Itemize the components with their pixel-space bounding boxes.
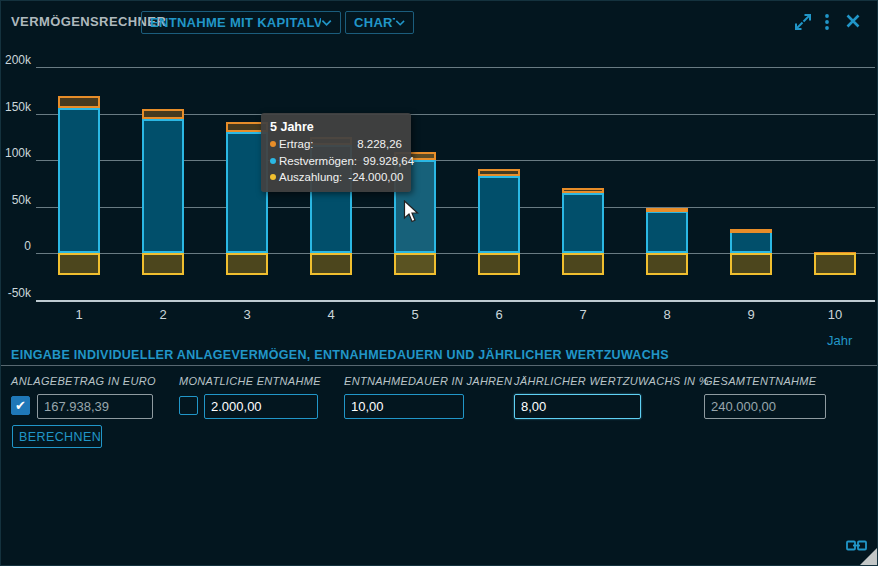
x-tick-label: 10	[815, 307, 855, 322]
bar-segment-auszahlung[interactable]	[394, 253, 436, 275]
chart-area: 200k150k100k50k0-50k12345678910	[1, 1, 878, 347]
bar-segment-auszahlung[interactable]	[646, 253, 688, 275]
series-dot-icon	[270, 158, 276, 164]
y-tick-label: 50k	[1, 193, 31, 207]
vermoegensrechner-panel: VERMÖGENSRECHNER ENTNAHME MIT KAPITALV..…	[0, 0, 878, 566]
series-dot-icon	[270, 141, 276, 147]
chart-tooltip: 5 Jahre Ertrag:8.228,26Restvermögen:99.9…	[261, 113, 411, 192]
anlagebetrag-checkbox[interactable]: ✔	[11, 396, 30, 415]
y-tick-label: 0	[1, 239, 31, 253]
y-tick-label: 200k	[1, 53, 31, 67]
entnahmedauer-label: ENTNAHMEDAUER IN JAHREN	[344, 375, 512, 387]
tooltip-row-value: 99.928,64	[357, 153, 414, 170]
mouse-cursor	[403, 200, 420, 224]
bar-segment-auszahlung[interactable]	[562, 253, 604, 275]
tooltip-row-value: -24.000,00	[342, 169, 403, 186]
bar-segment-ertrag[interactable]	[58, 96, 100, 108]
tooltip-row: Restvermögen:99.928,64	[270, 153, 402, 170]
x-tick-label: 6	[479, 307, 519, 322]
tooltip-row: Auszahlung:-24.000,00	[270, 169, 402, 186]
x-tick-label: 3	[227, 307, 267, 322]
bar-segment-ertrag[interactable]	[142, 109, 184, 120]
monatliche-entnahme-label: MONATLICHE ENTNAHME	[179, 375, 321, 387]
bar-segment-auszahlung[interactable]	[226, 253, 268, 275]
series-dot-icon	[270, 174, 276, 180]
tooltip-row-label: Auszahlung:	[279, 169, 342, 186]
bar-segment-auszahlung[interactable]	[730, 253, 772, 275]
gesamtentnahme-label: GESAMTENTNAHME	[704, 375, 816, 387]
bar-segment-rest[interactable]	[562, 193, 604, 253]
bar-segment-rest[interactable]	[478, 176, 520, 253]
wertzuwachs-input[interactable]	[514, 394, 641, 419]
bar-segment-ertrag[interactable]	[478, 169, 520, 175]
gesamtentnahme-input[interactable]	[704, 394, 826, 419]
bar-segment-auszahlung[interactable]	[478, 253, 520, 275]
chart-tooltip-rows: Ertrag:8.228,26Restvermögen:99.928,64Aus…	[270, 136, 402, 186]
x-tick-label: 8	[647, 307, 687, 322]
tooltip-row: Ertrag:8.228,26	[270, 136, 402, 153]
monatliche-entnahme-checkbox[interactable]: ✔	[179, 396, 198, 415]
y-tick-label: 100k	[1, 146, 31, 160]
bar-segment-auszahlung[interactable]	[814, 253, 856, 275]
x-tick-label: 9	[731, 307, 771, 322]
resize-grip[interactable]	[860, 548, 877, 565]
bar-segment-auszahlung[interactable]	[142, 253, 184, 275]
gridline	[36, 300, 875, 302]
berechnen-button[interactable]: BERECHNEN	[12, 425, 102, 448]
x-tick-label: 5	[395, 307, 435, 322]
bar-segment-rest[interactable]	[730, 231, 772, 253]
tooltip-row-value: 8.228,26	[351, 136, 402, 153]
anlagebetrag-label: ANLAGEBETRAG IN EURO	[11, 375, 156, 387]
x-tick-label: 4	[311, 307, 351, 322]
wertzuwachs-label: JÄHRLICHER WERTZUWACHS IN %	[514, 375, 709, 387]
bar-segment-ertrag[interactable]	[730, 229, 772, 233]
checkmark-icon: ✔	[15, 399, 26, 412]
bar-segment-ertrag[interactable]	[646, 208, 688, 212]
monatliche-entnahme-input[interactable]	[204, 394, 318, 419]
entnahmedauer-input[interactable]	[344, 394, 464, 419]
anlagebetrag-input[interactable]	[37, 394, 153, 419]
bar-segment-rest[interactable]	[142, 119, 184, 253]
y-tick-label: -50k	[1, 286, 31, 300]
x-tick-label: 7	[563, 307, 603, 322]
bar-segment-auszahlung[interactable]	[310, 253, 352, 275]
x-tick-label: 1	[59, 307, 99, 322]
tooltip-title: 5 Jahre	[270, 120, 402, 134]
gridline	[36, 67, 875, 68]
bar-segment-rest[interactable]	[58, 108, 100, 253]
bar-segment-rest[interactable]	[646, 211, 688, 253]
bar-segment-ertrag[interactable]	[562, 188, 604, 193]
input-section-heading: EINGABE INDIVIDUELLER ANLAGEVERMÖGEN, EN…	[11, 348, 669, 362]
x-tick-label: 2	[143, 307, 183, 322]
section-divider	[1, 365, 878, 366]
x-axis-title: Jahr	[827, 333, 852, 348]
y-tick-label: 150k	[1, 100, 31, 114]
tooltip-row-label: Restvermögen:	[279, 153, 357, 170]
tooltip-row-label: Ertrag:	[279, 136, 314, 153]
bar-segment-auszahlung[interactable]	[58, 253, 100, 275]
